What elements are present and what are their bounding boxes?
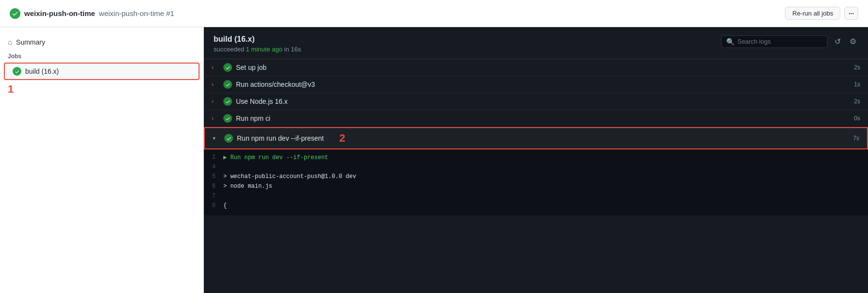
settings-button[interactable]: ⚙ xyxy=(848,35,858,48)
step-duration: 1s xyxy=(854,81,860,88)
step-duration: 2s xyxy=(854,64,860,71)
sidebar-summary-link[interactable]: ⌂ Summary xyxy=(0,35,203,49)
log-line: 4 xyxy=(204,163,860,173)
refresh-button[interactable]: ↺ xyxy=(833,35,843,48)
rerun-all-jobs-button[interactable]: Re-run all jobs xyxy=(785,7,840,20)
jobs-section-title: Jobs xyxy=(0,49,203,62)
more-options-button[interactable]: ··· xyxy=(844,7,858,20)
chevron-right-icon: › xyxy=(212,98,218,105)
step-name: Run npm ci xyxy=(236,114,270,122)
build-header: build (16.x) succeeded 1 minute ago in 1… xyxy=(204,27,868,59)
step-status-icon xyxy=(223,97,232,106)
log-line-content: { xyxy=(223,202,227,209)
step-row[interactable]: ›Use Node.js 16.x2s xyxy=(204,93,868,110)
step-row[interactable]: ▾Run npm run dev --if-present27s xyxy=(204,127,868,149)
log-line-number: 1 xyxy=(204,153,223,161)
job-status-icon xyxy=(13,67,21,76)
header-right: Re-run all jobs ··· xyxy=(785,7,858,20)
build-title: build (16.x) xyxy=(214,35,301,44)
search-logs-input[interactable] xyxy=(737,38,822,45)
step-name: Run actions/checkout@v3 xyxy=(236,81,315,88)
build-header-right: 🔍 ↺ ⚙ xyxy=(721,35,858,48)
steps-list: ›Set up job2s›Run actions/checkout@v31s›… xyxy=(204,59,868,293)
log-line-number: 5 xyxy=(204,173,223,180)
step-name: Set up job xyxy=(236,64,267,71)
step-status-icon xyxy=(223,63,232,72)
home-icon: ⌂ xyxy=(8,38,12,46)
log-line-content: > wechat-public-account-push@1.0.0 dev xyxy=(223,173,356,180)
header-left: weixin-push-on-time weixin-push-on-time … xyxy=(10,8,174,19)
annotation-1: 1 xyxy=(0,81,203,98)
chevron-right-icon: › xyxy=(212,64,218,71)
step-name: Use Node.js 16.x xyxy=(236,98,288,105)
step-status-icon xyxy=(223,114,232,123)
main-layout: ⌂ Summary Jobs build (16.x) 1 build (16.… xyxy=(0,27,868,293)
log-line: 8{ xyxy=(204,202,860,212)
step-left: ›Use Node.js 16.x xyxy=(212,97,288,106)
sidebar-job-build[interactable]: build (16.x) xyxy=(4,63,200,80)
workflow-run-title: weixin-push-on-time #1 xyxy=(99,9,174,17)
step-duration: 2s xyxy=(854,98,860,105)
log-line-number: 4 xyxy=(204,163,223,170)
search-bar[interactable]: 🔍 xyxy=(721,35,828,48)
log-line-number: 6 xyxy=(204,182,223,190)
step-name: Run npm run dev --if-present xyxy=(237,134,324,142)
log-line: 6> node main.js xyxy=(204,182,860,192)
build-status: succeeded 1 minute ago in 16s xyxy=(214,46,301,53)
chevron-right-icon: › xyxy=(212,81,218,88)
step-duration: 0s xyxy=(854,115,860,122)
sidebar: ⌂ Summary Jobs build (16.x) 1 xyxy=(0,27,204,293)
search-icon: 🔍 xyxy=(726,38,734,46)
log-line-content: ▶ Run npm run dev --if-present xyxy=(223,153,328,161)
chevron-right-icon: › xyxy=(212,115,218,122)
step-row[interactable]: ›Set up job2s xyxy=(204,59,868,76)
build-info: build (16.x) succeeded 1 minute ago in 1… xyxy=(214,35,301,53)
chevron-down-icon: ▾ xyxy=(213,135,219,142)
step-left: ›Run actions/checkout@v3 xyxy=(212,80,315,89)
step-left: ›Set up job xyxy=(212,63,267,72)
step-row[interactable]: ›Run actions/checkout@v31s xyxy=(204,76,868,93)
step-status-icon xyxy=(223,80,232,89)
sidebar-job-label: build (16.x) xyxy=(25,67,59,75)
step-left: ›Run npm ci xyxy=(212,114,270,123)
log-line-content: > node main.js xyxy=(223,182,272,190)
workflow-name: weixin-push-on-time xyxy=(24,9,95,17)
step-row[interactable]: ›Run npm ci0s xyxy=(204,110,868,127)
status-time: 1 minute ago xyxy=(246,46,283,53)
page-header: weixin-push-on-time weixin-push-on-time … xyxy=(0,0,868,27)
build-panel: build (16.x) succeeded 1 minute ago in 1… xyxy=(204,27,868,293)
step-status-icon xyxy=(224,134,233,143)
step-left: ▾Run npm run dev --if-present2 xyxy=(213,132,345,145)
log-area: 1▶ Run npm run dev --if-present45> wecha… xyxy=(204,149,868,215)
status-check-icon xyxy=(10,8,20,19)
status-word: succeeded xyxy=(214,46,244,53)
step-duration: 7s xyxy=(853,135,859,142)
log-line-number: 8 xyxy=(204,202,223,209)
log-line: 1▶ Run npm run dev --if-present xyxy=(204,153,860,163)
status-duration: in 16s xyxy=(284,46,301,53)
log-line: 5> wechat-public-account-push@1.0.0 dev xyxy=(204,173,860,182)
annotation-2-inline: 2 xyxy=(339,132,345,145)
sidebar-summary-label: Summary xyxy=(16,38,45,46)
log-line-number: 7 xyxy=(204,192,223,199)
log-line: 7 xyxy=(204,192,860,202)
